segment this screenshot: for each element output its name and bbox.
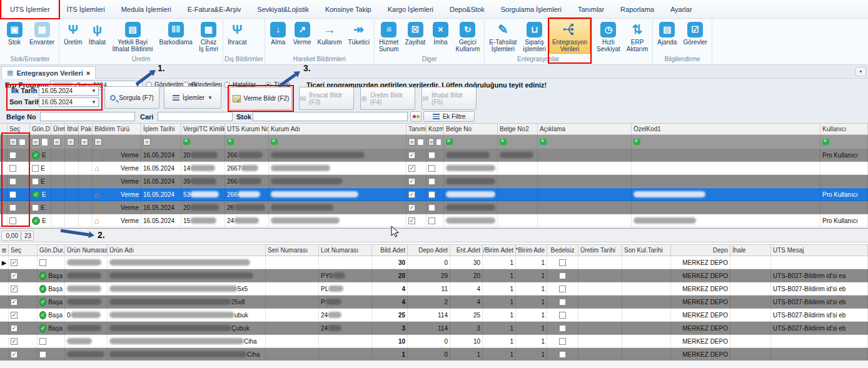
column-header-belge-no2[interactable]: Belge No2	[498, 124, 538, 134]
filter-cell-retin[interactable]: =	[51, 135, 65, 149]
column-header-se[interactable]: Seç	[8, 124, 30, 134]
ribbon-item-erp-aktar-m[interactable]: ⇅ERP Aktarım	[623, 19, 651, 54]
detail-item-row[interactable]: ✓Ciha1001011MERKEZ DEPO	[0, 335, 868, 348]
checkbox[interactable]	[428, 191, 435, 198]
ribbon-item-i-mha[interactable]: ×İmha	[428, 19, 452, 47]
filter-checkbox[interactable]	[436, 139, 442, 146]
ribbon-item-yetkili-bayi-i-thalat-bildirimi[interactable]: ▤Yetkili Bayi İthalat Bildirimi	[109, 19, 156, 54]
checkbox[interactable]	[9, 152, 16, 159]
close-icon[interactable]: ×	[86, 69, 90, 77]
column-header-i-hale[interactable]: İhale	[730, 245, 771, 256]
checkbox-checked[interactable]: ✓	[408, 152, 415, 159]
filter-checkbox[interactable]	[417, 139, 424, 146]
menu-tab-konsinye-takip[interactable]: Konsinye Takip	[317, 0, 380, 18]
checkbox-checked[interactable]: ✓	[11, 299, 18, 306]
ribbon-item-t-ketici[interactable]: ↠Tüketici	[345, 19, 372, 47]
ribbon-item-i-hracat[interactable]: Ψİhracat	[225, 19, 250, 47]
text-filter-icon[interactable]	[183, 139, 190, 145]
filter-cell-tan-ml[interactable]: =	[406, 135, 426, 149]
notification-row[interactable]: E⌂Verme16.05.202439266✓	[0, 175, 868, 188]
column-header-kurum-ad[interactable]: Kurum Adı	[269, 124, 406, 134]
checkbox[interactable]	[428, 165, 435, 172]
column-header-bedelsiz[interactable]: Bedelsiz	[547, 245, 578, 256]
detail-item-row[interactable]: ✓✓Başa0ubuk24251142511MERKEZ DEPOUTS-B02…	[0, 309, 868, 322]
column-header-uts-mesaj[interactable]: UTS Mesaj	[771, 245, 868, 256]
column-header-retim-tarihi[interactable]: Üretim Tarihi	[578, 245, 622, 256]
checkbox[interactable]	[559, 351, 566, 358]
checkbox[interactable]	[9, 178, 16, 185]
column-header-r-n-numaras[interactable]: Ürün Numarası	[65, 245, 108, 256]
menu-tab-depo-stok[interactable]: Depo&Stok	[442, 0, 493, 18]
checkbox-checked[interactable]: ✓	[408, 178, 415, 185]
checkbox[interactable]	[559, 338, 566, 345]
menu-tab-sevkiyat-lojistik[interactable]: Sevkiyat&Lojistik	[249, 0, 317, 18]
ribbon-item-barkodlama[interactable]: ‖‖Barkodlama	[156, 19, 196, 47]
detail-item-row[interactable]: ✓✓Başa25x8P42411MERKEZ DEPOUTS-B027-Bild…	[0, 296, 868, 309]
ithalat-bildr-button[interactable]: ✉ İthalat Bildr (F5)	[421, 87, 477, 110]
ribbon-item-i-thalat[interactable]: ψİthalat	[85, 19, 109, 47]
detail-item-row[interactable]: ▶✓3003011MERKEZ DEPO	[0, 256, 868, 269]
checkbox[interactable]	[9, 204, 16, 211]
uretim-bildr-button[interactable]: ⊛ Üretim Bildr (F4)	[360, 87, 415, 110]
ribbon-item-ajanda[interactable]: ▤Ajanda	[654, 19, 680, 47]
checkbox[interactable]	[39, 351, 46, 358]
column-header-son-kul-tarihi[interactable]: Son Kul.Tarihi	[622, 245, 671, 256]
column-header-depo[interactable]: Depo	[671, 245, 730, 256]
ribbon-item-sipari-i-lemleri[interactable]: ⊔Sipariş işlemleri	[520, 19, 549, 54]
filter-cell-se[interactable]: =	[8, 135, 30, 149]
column-header-item[interactable]	[0, 124, 8, 134]
column-header-lot-numaras[interactable]: Lot Numarası	[319, 245, 372, 256]
son-tarih-input[interactable]: 16.05.2024 ▼	[39, 97, 99, 107]
text-filter-icon[interactable]	[271, 139, 278, 145]
filter-cell-zelkod1[interactable]	[632, 135, 820, 149]
ribbon-item-hizmet-sunum[interactable]: ≡Hizmet Sunum	[376, 19, 402, 54]
stok-input[interactable]	[253, 112, 408, 121]
checkbox-checked[interactable]: ✓	[11, 286, 18, 292]
column-header-bildirim-t-r[interactable]: Bildirim Türü	[93, 124, 141, 134]
menu-tab-tan-mlar[interactable]: Tanımlar	[570, 0, 612, 18]
checkbox-checked[interactable]: ✓	[11, 312, 18, 319]
column-header-birim-ade[interactable]: *Birim Ade	[516, 245, 547, 256]
sorgula-button[interactable]: Sorgula (F7)	[104, 86, 159, 109]
ribbon-item-kullan-m[interactable]: →Kullanım	[315, 19, 345, 47]
column-header-kullan-c[interactable]: Kullanıcı	[820, 124, 868, 134]
filter-cell-i-lem-tarihi[interactable]: =	[141, 135, 181, 149]
checkbox-checked[interactable]: ✓	[11, 259, 18, 266]
notification-row[interactable]: ✓E⌂Verme16.05.202420266✓Pro Kullanıcı	[0, 149, 868, 162]
filter-checkbox[interactable]	[19, 139, 26, 146]
checkbox[interactable]	[39, 338, 46, 345]
checkbox[interactable]	[428, 204, 435, 211]
verme-bildr-button[interactable]: Verme Bildr (F2)	[230, 87, 292, 110]
column-header-vergi-tc-kimlik-no[interactable]: Vergi/TC Kimlik No	[181, 124, 225, 134]
checkbox[interactable]	[559, 272, 566, 279]
ribbon-item-e-tahsilat-i-lemleri[interactable]: ✎E-Tahsilat İşlemleri	[486, 19, 520, 54]
column-header-uts-kurum-no[interactable]: UTS Kurum No	[225, 124, 269, 134]
column-header-a-klama[interactable]: Açıklama	[538, 124, 632, 134]
detail-item-row[interactable]: ✓✓BaşaPY020292011MERKEZ DEPOUTS-B027-Bil…	[0, 269, 868, 282]
text-filter-icon[interactable]	[500, 139, 507, 145]
ek-filtre-button[interactable]: Ek Filtre	[423, 111, 475, 122]
tab-list-button[interactable]: ▾	[855, 67, 866, 76]
notification-row[interactable]: ✓E⌂Verme16.05.20241524✓Pro Kullanıcı	[0, 214, 868, 227]
checkbox[interactable]	[559, 325, 566, 332]
column-header-retin[interactable]: Üretin	[51, 124, 65, 134]
filter-cell-belge-no2[interactable]	[498, 135, 538, 149]
islemler-button[interactable]: İşlemler ▼	[164, 86, 221, 109]
checkbox[interactable]	[559, 286, 566, 292]
ilk-tarih-input[interactable]: 16.05.2024 ▼	[39, 86, 99, 96]
column-header-item[interactable]: ≣	[0, 245, 9, 256]
detail-item-row[interactable]: ✓✓Başa5x5PL411411MERKEZ DEPOUTS-B027-Bil…	[0, 282, 868, 296]
filter-cell-item[interactable]	[0, 135, 8, 149]
filter-cell-uts-kurum-no[interactable]	[225, 135, 269, 149]
ribbon-item-zayihat[interactable]: ☒Zayihat	[402, 19, 429, 47]
column-header-seri-numaras[interactable]: Seri Numarası	[266, 245, 319, 256]
ribbon-item-envanter[interactable]: ▦Envanter	[26, 19, 58, 47]
tab-entegrasyon-verileri[interactable]: ▦ Entegrasyon Verileri ×	[1, 66, 96, 79]
checkbox-checked[interactable]: ✓	[408, 204, 415, 211]
text-filter-icon[interactable]	[822, 139, 829, 145]
menu-tab-ayarlar[interactable]: Ayarlar	[662, 0, 700, 18]
checkbox-checked[interactable]: ✓	[11, 338, 18, 345]
menu-tab-i-ts-i-lemleri[interactable]: İTS İşlemleri	[59, 0, 113, 18]
filter-cell-paket[interactable]: =	[79, 135, 93, 149]
ribbon-item-stok[interactable]: ▣Stok	[3, 19, 26, 47]
